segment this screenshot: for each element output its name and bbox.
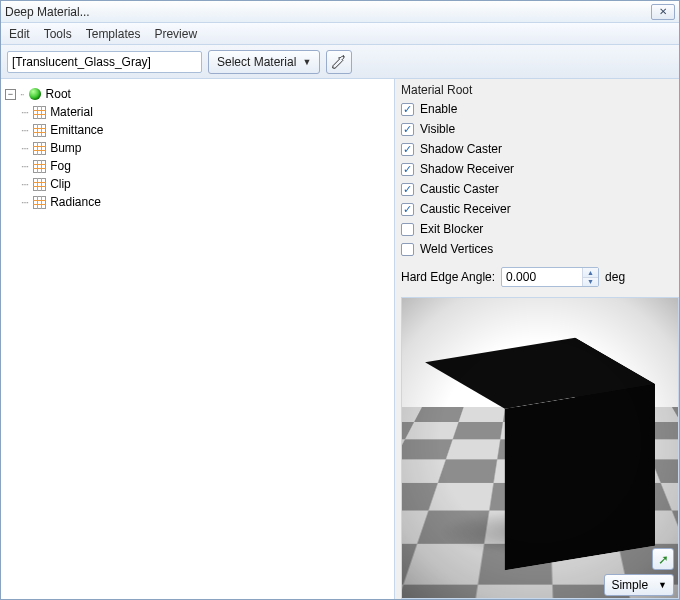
properties-title: Material Root — [395, 79, 679, 99]
material-ball-icon — [28, 87, 42, 101]
preview-vignette — [402, 298, 678, 598]
tree-item-label: Emittance — [50, 123, 103, 137]
material-name-value: [Translucent_Glass_Gray] — [12, 55, 151, 69]
checkbox-icon[interactable]: ✓ — [401, 163, 414, 176]
chevron-down-icon: ▼ — [302, 57, 311, 67]
hard-edge-input[interactable]: ▲ ▼ — [501, 267, 599, 287]
property-checkbox-label: Enable — [420, 102, 457, 116]
tree-item[interactable]: ····Bump — [5, 139, 390, 157]
collapse-icon[interactable]: − — [5, 89, 16, 100]
property-checkbox-row[interactable]: ✓Shadow Receiver — [401, 159, 673, 179]
select-material-button[interactable]: Select Material ▼ — [208, 50, 320, 74]
menu-edit[interactable]: Edit — [9, 27, 30, 41]
menubar: Edit Tools Templates Preview — [1, 23, 679, 45]
tree-root[interactable]: − ·· Root — [5, 85, 390, 103]
material-preview[interactable]: ➚ Simple ▼ — [401, 297, 679, 599]
hard-edge-unit: deg — [605, 270, 625, 284]
preview-mode-label: Simple — [611, 578, 648, 592]
material-slot-icon — [32, 141, 46, 155]
menu-tools[interactable]: Tools — [44, 27, 72, 41]
property-checkbox-label: Exit Blocker — [420, 222, 483, 236]
checkbox-icon[interactable]: ✓ — [401, 183, 414, 196]
property-checkbox-row[interactable]: ✓Visible — [401, 119, 673, 139]
property-checkbox-row[interactable]: ✓Caustic Caster — [401, 179, 673, 199]
preview-refresh-button[interactable]: ➚ — [652, 548, 674, 570]
property-checkbox-row[interactable]: ✓Shadow Caster — [401, 139, 673, 159]
menu-templates[interactable]: Templates — [86, 27, 141, 41]
tree-connector: ·· — [20, 89, 24, 100]
refresh-arrow-icon: ➚ — [658, 552, 669, 567]
property-checkbox-label: Visible — [420, 122, 455, 136]
tree-item[interactable]: ····Fog — [5, 157, 390, 175]
tree-connector: ···· — [21, 179, 28, 190]
menu-preview[interactable]: Preview — [154, 27, 197, 41]
tree-item-label: Radiance — [50, 195, 101, 209]
checkbox-icon[interactable] — [401, 223, 414, 236]
material-slot-icon — [32, 105, 46, 119]
hard-edge-value[interactable] — [502, 268, 582, 286]
spinner-up-icon[interactable]: ▲ — [583, 268, 598, 278]
toolbar: [Translucent_Glass_Gray] Select Material… — [1, 45, 679, 79]
material-name-field[interactable]: [Translucent_Glass_Gray] — [7, 51, 202, 73]
hard-edge-label: Hard Edge Angle: — [401, 270, 495, 284]
tree-item-label: Material — [50, 105, 93, 119]
tree-connector: ···· — [21, 107, 28, 118]
material-slot-icon — [32, 177, 46, 191]
tree-item-label: Fog — [50, 159, 71, 173]
window-title: Deep Material... — [5, 5, 90, 19]
properties-pane: Material Root ✓Enable✓Visible✓Shadow Cas… — [395, 79, 679, 599]
property-checkbox-row[interactable]: ✓Enable — [401, 99, 673, 119]
tree-item[interactable]: ····Material — [5, 103, 390, 121]
select-material-label: Select Material — [217, 55, 296, 69]
eyedropper-icon — [331, 54, 347, 70]
tree-root-label: Root — [46, 87, 71, 101]
property-checkbox-label: Weld Vertices — [420, 242, 493, 256]
checkbox-icon[interactable]: ✓ — [401, 143, 414, 156]
material-slot-icon — [32, 159, 46, 173]
eyedropper-button[interactable] — [326, 50, 352, 74]
tree-connector: ···· — [21, 161, 28, 172]
hard-edge-spinner[interactable]: ▲ ▼ — [582, 268, 598, 286]
checkbox-icon[interactable] — [401, 243, 414, 256]
tree-item-label: Bump — [50, 141, 81, 155]
tree-item[interactable]: ····Emittance — [5, 121, 390, 139]
tree-connector: ···· — [21, 197, 28, 208]
tree-connector: ···· — [21, 143, 28, 154]
checkbox-icon[interactable]: ✓ — [401, 123, 414, 136]
spinner-down-icon[interactable]: ▼ — [583, 278, 598, 287]
property-checkbox-label: Caustic Caster — [420, 182, 499, 196]
material-slot-icon — [32, 195, 46, 209]
preview-mode-dropdown[interactable]: Simple ▼ — [604, 574, 674, 596]
tree-item[interactable]: ····Radiance — [5, 193, 390, 211]
property-checkbox-row[interactable]: ✓Caustic Receiver — [401, 199, 673, 219]
tree-item[interactable]: ····Clip — [5, 175, 390, 193]
titlebar[interactable]: Deep Material... ✕ — [1, 1, 679, 23]
tree-connector: ···· — [21, 125, 28, 136]
property-checkbox-label: Caustic Receiver — [420, 202, 511, 216]
tree-pane[interactable]: − ·· Root ····Material····Emittance····B… — [1, 79, 395, 599]
property-checkbox-label: Shadow Caster — [420, 142, 502, 156]
checkbox-icon[interactable]: ✓ — [401, 103, 414, 116]
checkbox-icon[interactable]: ✓ — [401, 203, 414, 216]
property-checkbox-row[interactable]: Weld Vertices — [401, 239, 673, 259]
property-checkbox-label: Shadow Receiver — [420, 162, 514, 176]
property-checkbox-row[interactable]: Exit Blocker — [401, 219, 673, 239]
material-slot-icon — [32, 123, 46, 137]
chevron-down-icon: ▼ — [658, 580, 667, 590]
tree-item-label: Clip — [50, 177, 71, 191]
close-icon[interactable]: ✕ — [651, 4, 675, 20]
